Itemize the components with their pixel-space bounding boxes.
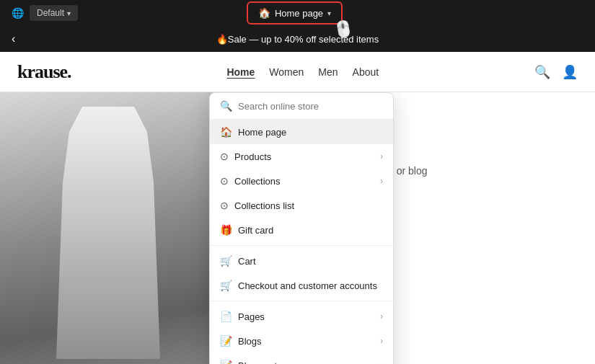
- products-icon: ⊙: [220, 151, 229, 162]
- dropdown-item-blog-posts[interactable]: 📝 Blog posts ›: [210, 353, 393, 364]
- home-page-item-label: Home page: [238, 127, 286, 138]
- blogs-label: Blogs: [238, 336, 262, 347]
- search-input[interactable]: [238, 101, 383, 112]
- dropdown-item-blogs-left: 📝 Blogs: [220, 335, 262, 347]
- dropdown-item-blog-posts-left: 📝 Blog posts: [220, 360, 282, 364]
- announcement-emoji: 🔥: [216, 34, 228, 45]
- blogs-chevron: ›: [380, 336, 383, 346]
- chevron-down-icon: ▾: [67, 9, 71, 17]
- dropdown-item-home-page-left: 🏠 Home page: [220, 126, 286, 138]
- collections-chevron: ›: [380, 176, 383, 186]
- blog-posts-chevron: ›: [380, 360, 383, 364]
- cursor-hand: 🖱️: [332, 19, 355, 40]
- collections-icon: ⊙: [220, 175, 229, 187]
- dropdown-item-cart-left: 🛒 Cart: [220, 255, 256, 267]
- pages-icon: 📄: [220, 311, 232, 322]
- default-button[interactable]: Default ▾: [30, 5, 78, 21]
- dropdown-item-home-page[interactable]: 🏠 Home page: [210, 120, 393, 144]
- dropdown-item-collections-list-left: ⊙ Collections list: [220, 200, 294, 211]
- pages-label: Pages: [238, 311, 265, 322]
- dropdown-item-checkout[interactable]: 🛒 Checkout and customer accounts: [210, 273, 393, 298]
- gift-card-label: Gift card: [238, 225, 273, 236]
- divider-1: [210, 245, 393, 246]
- dropdown-item-pages[interactable]: 📄 Pages ›: [210, 304, 393, 329]
- dropdown-item-collections-left: ⊙ Collections: [220, 175, 281, 187]
- dropdown-menu: 🔍 🏠 Home page ⊙ Products › ⊙ Collections: [209, 92, 394, 364]
- chevron-down-icon-home: ▾: [327, 9, 331, 17]
- dropdown-item-checkout-left: 🛒 Checkout and customer accounts: [220, 280, 377, 291]
- dropdown-item-products-left: ⊙ Products: [220, 151, 271, 162]
- hero-image-inner: [0, 92, 231, 364]
- announcement-arrow-left[interactable]: ‹: [12, 32, 15, 45]
- nav-links: Home Women Men About: [226, 66, 379, 78]
- collections-list-icon: ⊙: [220, 200, 229, 211]
- cart-icon: 🛒: [220, 255, 232, 267]
- logo: krause.: [17, 61, 71, 83]
- dropdown-item-blogs[interactable]: 📝 Blogs ›: [210, 329, 393, 353]
- nav-link-home[interactable]: Home: [226, 66, 255, 78]
- blogs-icon: 📝: [220, 335, 232, 347]
- checkout-icon: 🛒: [220, 280, 232, 291]
- home-icon: 🏠: [258, 7, 270, 19]
- cart-label: Cart: [238, 256, 256, 267]
- search-icon: 🔍: [220, 100, 232, 112]
- nav-link-women[interactable]: Women: [269, 66, 304, 78]
- products-label: Products: [234, 151, 271, 162]
- home-page-label: Home page: [275, 8, 323, 19]
- dropdown-item-gift-card-left: 🎁 Gift card: [220, 224, 273, 236]
- default-label: Default: [37, 8, 64, 18]
- account-button[interactable]: 👤: [562, 64, 578, 80]
- main-nav: krause. Home Women Men About 🔍 👤: [0, 52, 595, 92]
- dropdown-item-collections-list[interactable]: ⊙ Collections list: [210, 193, 393, 218]
- collections-list-label: Collections list: [234, 200, 294, 211]
- nav-link-men[interactable]: Men: [318, 66, 338, 78]
- dropdown-item-gift-card[interactable]: 🎁 Gift card: [210, 218, 393, 242]
- search-button[interactable]: 🔍: [534, 64, 550, 80]
- announcement-text: Sale — up to 40% off selected items: [228, 34, 379, 45]
- top-bar-left: 🌐 Default ▾: [12, 5, 78, 21]
- nav-link-about[interactable]: About: [353, 66, 379, 78]
- top-bar: 🌐 Default ▾ 🏠 Home page ▾ 🖱️: [0, 0, 595, 26]
- blog-posts-label: Blog posts: [238, 360, 282, 365]
- home-page-button[interactable]: 🏠 Home page ▾: [251, 4, 338, 22]
- dropdown-item-cart[interactable]: 🛒 Cart: [210, 249, 393, 273]
- dropdown-search: 🔍: [210, 93, 393, 120]
- announcement-bar: ‹ 🔥 Sale — up to 40% off selected items: [0, 26, 595, 52]
- nav-icons: 🔍 👤: [534, 64, 578, 80]
- main-content: n chosen product, collection, or blogen …: [0, 92, 595, 364]
- dropdown-item-pages-left: 📄 Pages: [220, 311, 265, 322]
- pages-chevron: ›: [380, 311, 383, 321]
- hero-image: [0, 92, 231, 364]
- home-page-highlight-box: 🏠 Home page ▾: [247, 1, 343, 25]
- dropdown-item-collections[interactable]: ⊙ Collections ›: [210, 169, 393, 193]
- products-chevron: ›: [380, 151, 383, 161]
- top-bar-center: 🏠 Home page ▾ 🖱️: [247, 1, 348, 25]
- checkout-label: Checkout and customer accounts: [238, 280, 377, 291]
- home-page-icon: 🏠: [220, 126, 232, 138]
- divider-2: [210, 301, 393, 301]
- dropdown-item-products[interactable]: ⊙ Products ›: [210, 144, 393, 169]
- collections-label: Collections: [234, 176, 281, 187]
- gift-card-icon: 🎁: [220, 224, 232, 236]
- globe-icon: 🌐: [12, 7, 24, 19]
- blog-posts-icon: 📝: [220, 360, 232, 364]
